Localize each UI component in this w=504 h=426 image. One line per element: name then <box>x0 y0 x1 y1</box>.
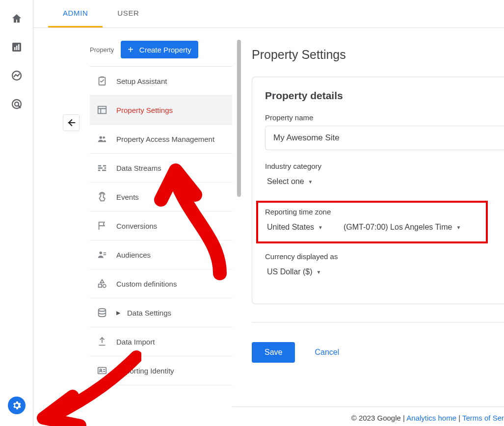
create-property-button[interactable]: + Create Property <box>121 41 198 58</box>
stream-icon <box>97 162 107 173</box>
plus-icon: + <box>128 45 133 54</box>
property-name-input[interactable] <box>265 126 504 150</box>
admin-gear-button[interactable] <box>8 397 26 414</box>
footer-terms-link[interactable]: Terms of Ser <box>462 414 504 422</box>
sidebar-item-events[interactable]: Events <box>90 183 232 212</box>
svg-rect-19 <box>104 254 106 255</box>
shapes-icon <box>97 278 107 289</box>
svg-rect-2 <box>16 46 18 50</box>
create-property-label: Create Property <box>139 46 191 54</box>
sidebar-item-label: Data Import <box>116 338 155 346</box>
reports-icon[interactable] <box>11 41 23 53</box>
sidebar-item-label: Data Streams <box>116 164 161 172</box>
svg-rect-13 <box>98 167 103 169</box>
svg-point-21 <box>103 284 106 287</box>
chevron-right-icon: ▶ <box>116 310 120 316</box>
timezone-country-value: United States <box>267 223 314 232</box>
cancel-button[interactable]: Cancel <box>315 348 339 357</box>
sidebar-item-label: Setup Assistant <box>116 77 167 85</box>
sidebar-item-label: Data Settings <box>127 309 171 317</box>
sidebar-item-label: Audiences <box>116 251 151 259</box>
sidebar-item-data-streams[interactable]: Data Streams <box>90 154 232 183</box>
sidebar-item-reporting-identity[interactable]: Reporting Identity <box>90 356 232 385</box>
card-title: Property details <box>265 90 504 102</box>
sidebar-item-property-settings[interactable]: Property Settings <box>90 96 232 125</box>
tap-icon <box>97 191 107 202</box>
sidebar-item-setup-assistant[interactable]: Setup Assistant <box>90 67 232 96</box>
save-button[interactable]: Save <box>252 342 295 363</box>
sidebar-item-custom-definitions[interactable]: Custom definitions <box>90 269 232 298</box>
property-header-label: Property <box>90 46 114 53</box>
footer: © 2023 Google | Analytics home | Terms o… <box>232 406 504 422</box>
tab-admin[interactable]: ADMIN <box>48 0 103 27</box>
layout-icon <box>97 105 107 115</box>
sidebar-item-conversions[interactable]: Conversions <box>90 212 232 240</box>
currency-value: US Dollar ($) <box>267 267 312 276</box>
sidebar-item-label: Property Access Management <box>116 135 214 143</box>
svg-rect-14 <box>105 167 106 169</box>
tab-user[interactable]: USER <box>103 0 154 27</box>
currency-select[interactable]: US Dollar ($) ▼ <box>265 265 323 279</box>
timezone-value: (GMT-07:00) Los Angeles Time <box>344 223 452 232</box>
svg-rect-8 <box>98 106 106 114</box>
sidebar-item-access-management[interactable]: Property Access Management <box>90 125 232 154</box>
sidebar-item-data-import[interactable]: Data Import <box>90 327 232 356</box>
svg-point-22 <box>99 309 106 312</box>
audiences-icon <box>97 249 107 260</box>
caret-down-icon: ▼ <box>318 225 323 230</box>
svg-point-10 <box>103 136 105 139</box>
id-card-icon <box>97 365 107 376</box>
sidebar-item-label: Conversions <box>116 222 157 230</box>
svg-point-17 <box>100 252 103 255</box>
advertising-icon[interactable] <box>11 98 23 110</box>
upload-icon <box>97 336 107 347</box>
caret-down-icon: ▼ <box>456 225 461 230</box>
svg-point-24 <box>100 369 102 371</box>
caret-down-icon: ▼ <box>308 179 313 185</box>
flag-icon <box>97 220 107 231</box>
property-name-label: Property name <box>265 113 504 122</box>
svg-rect-18 <box>104 252 106 253</box>
back-button[interactable] <box>63 114 80 131</box>
svg-rect-3 <box>18 44 20 50</box>
svg-rect-15 <box>98 170 101 171</box>
timezone-label: Reporting time zone <box>265 208 479 216</box>
svg-point-6 <box>15 102 19 106</box>
home-icon[interactable] <box>11 13 23 25</box>
property-sidebar: Property + Create Property Setup Assista… <box>90 28 232 426</box>
timezone-country-select[interactable]: United States ▼ <box>265 220 325 235</box>
database-icon <box>97 307 107 318</box>
property-details-card: Property details Property name Industry … <box>252 77 504 304</box>
svg-rect-20 <box>99 284 102 287</box>
svg-rect-12 <box>103 165 106 167</box>
sidebar-item-audiences[interactable]: Audiences <box>90 240 232 269</box>
industry-value: Select one <box>267 177 304 186</box>
sidebar-item-label: Custom definitions <box>116 280 177 288</box>
industry-select[interactable]: Select one ▼ <box>265 174 315 189</box>
people-icon <box>97 133 107 144</box>
svg-point-9 <box>100 136 103 139</box>
sidebar-item-label: Events <box>116 193 139 201</box>
caret-down-icon: ▼ <box>316 269 321 275</box>
nav-rail <box>0 0 33 426</box>
svg-rect-11 <box>98 165 101 167</box>
explore-icon[interactable] <box>11 70 23 81</box>
industry-label: Industry category <box>265 162 504 170</box>
sidebar-item-label: Reporting Identity <box>116 367 174 375</box>
sidebar-item-label: Property Settings <box>116 106 173 114</box>
clipboard-check-icon <box>97 76 107 86</box>
top-tabs: ADMIN USER <box>33 0 504 28</box>
svg-rect-16 <box>102 170 106 171</box>
footer-home-link[interactable]: Analytics home <box>406 414 456 422</box>
currency-label: Currency displayed as <box>265 252 504 261</box>
svg-rect-1 <box>14 47 16 50</box>
timezone-highlight: Reporting time zone United States ▼ (GMT… <box>256 201 488 243</box>
main-content: Property Settings Property details Prope… <box>232 28 504 426</box>
timezone-select[interactable]: (GMT-07:00) Los Angeles Time ▼ <box>342 220 463 235</box>
footer-copyright: © 2023 Google <box>351 414 401 422</box>
page-title: Property Settings <box>252 48 504 62</box>
svg-rect-23 <box>98 368 106 374</box>
sidebar-item-data-settings[interactable]: ▶ Data Settings <box>90 298 232 327</box>
